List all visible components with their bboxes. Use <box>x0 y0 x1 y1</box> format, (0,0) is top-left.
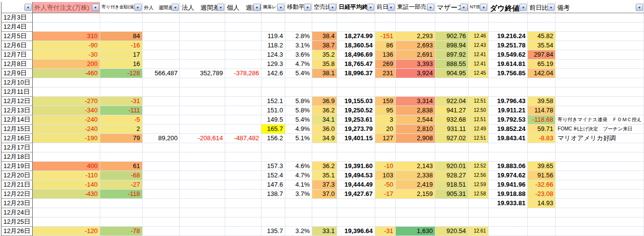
cell-b[interactable] <box>33 199 100 208</box>
cell-p[interactable]: 297.84 <box>528 50 556 60</box>
cell-j[interactable]: 19,396.64 <box>337 227 375 236</box>
cell-d[interactable] <box>143 162 180 171</box>
cell-j[interactable]: 18,274.99 <box>337 32 375 41</box>
cell-e[interactable] <box>180 199 225 208</box>
filter-dropdown-icon[interactable]: ▼ <box>24 4 32 11</box>
cell-e[interactable] <box>180 208 225 217</box>
cell-m[interactable]: 922.04 <box>435 97 469 106</box>
cell-h[interactable]: 3.1% <box>285 41 312 50</box>
cell-q[interactable]: 寄り付きマイナス連発 ＦＯＭＣ控え <box>556 115 644 125</box>
cell-d[interactable] <box>143 32 180 41</box>
cell-m[interactable]: 920.54 <box>435 227 469 236</box>
cell-d[interactable] <box>143 227 180 236</box>
cell-q[interactable] <box>556 152 644 162</box>
column-header-k[interactable]: 前日比▼ <box>375 2 396 13</box>
cell-g[interactable] <box>261 87 285 97</box>
cell-p[interactable] <box>528 143 556 152</box>
cell-f[interactable] <box>225 115 261 125</box>
date-cell[interactable]: 12月25日 <box>1 217 33 227</box>
cell-k[interactable]: 136 <box>375 50 396 60</box>
cell-m[interactable]: 941.27 <box>435 106 469 115</box>
cell-f[interactable]: -487,482 <box>225 134 261 143</box>
cell-c[interactable] <box>100 13 143 22</box>
cell-n[interactable] <box>469 87 489 97</box>
column-header-b[interactable]: 外人寄付注文(万株)▼ <box>33 2 100 13</box>
cell-m[interactable]: 928.27 <box>435 171 469 180</box>
cell-h[interactable]: 3.2% <box>285 227 312 236</box>
cell-l[interactable]: 2,838 <box>396 106 435 115</box>
cell-i[interactable] <box>312 208 337 217</box>
cell-g[interactable] <box>261 217 285 227</box>
cell-l[interactable]: 2,338 <box>396 171 435 180</box>
cell-i[interactable]: 33.1 <box>312 227 337 236</box>
cell-e[interactable] <box>180 125 225 134</box>
cell-p[interactable] <box>528 78 556 87</box>
cell-e[interactable]: -208,614 <box>180 134 225 143</box>
cell-q[interactable] <box>556 87 644 97</box>
cell-h[interactable]: 4.7% <box>285 60 312 69</box>
cell-h[interactable] <box>285 143 312 152</box>
cell-n[interactable] <box>469 199 489 208</box>
cell-n[interactable]: 12.51 <box>469 134 489 143</box>
cell-f[interactable] <box>225 22 261 32</box>
column-header-c[interactable]: 寄り付き金額(億)▼ <box>100 2 143 13</box>
date-cell[interactable]: 12月14日 <box>1 115 33 125</box>
cell-j[interactable]: 18,496.69 <box>337 50 375 60</box>
cell-p[interactable]: 39.65 <box>528 162 556 171</box>
cell-i[interactable] <box>312 152 337 162</box>
cell-h[interactable] <box>285 152 312 162</box>
cell-i[interactable]: 35.2 <box>312 50 337 60</box>
date-cell[interactable]: 12月21日 <box>1 180 33 190</box>
cell-f[interactable] <box>225 97 261 106</box>
cell-n[interactable]: 12.41 <box>469 50 489 60</box>
cell-i[interactable]: 34.1 <box>312 115 337 125</box>
cell-p[interactable]: 35.54 <box>528 41 556 50</box>
cell-q[interactable] <box>556 171 644 180</box>
cell-j[interactable] <box>337 208 375 217</box>
cell-k[interactable]: 95 <box>375 106 396 115</box>
filter-dropdown-icon[interactable]: ▼ <box>217 4 224 11</box>
cell-f[interactable] <box>225 227 261 236</box>
cell-q[interactable] <box>556 50 644 60</box>
cell-f[interactable] <box>225 162 261 171</box>
cell-f[interactable] <box>225 13 261 22</box>
cell-q[interactable] <box>556 208 644 217</box>
cell-b[interactable]: -90 <box>33 41 100 50</box>
cell-g[interactable] <box>261 78 285 87</box>
date-cell[interactable]: 12月19日 <box>1 162 33 171</box>
column-header-d[interactable]: 外人 週間差▼ <box>143 2 180 13</box>
cell-j[interactable] <box>337 13 375 22</box>
cell-d[interactable] <box>143 115 180 125</box>
cell-d[interactable] <box>143 125 180 134</box>
cell-j[interactable]: 19,155.03 <box>337 97 375 106</box>
cell-o[interactable]: 19.843.41 <box>489 134 528 143</box>
cell-m[interactable] <box>435 78 469 87</box>
cell-f[interactable] <box>225 32 261 41</box>
cell-f[interactable] <box>225 41 261 50</box>
date-cell[interactable]: 12月8日 <box>1 60 33 69</box>
cell-j[interactable]: 19,391.60 <box>337 162 375 171</box>
filter-dropdown-icon[interactable]: ▼ <box>134 4 142 11</box>
cell-d[interactable] <box>143 190 180 199</box>
cell-n[interactable]: 12.49 <box>469 125 489 134</box>
cell-f[interactable] <box>225 152 261 162</box>
cell-i[interactable]: 36.0 <box>312 125 337 134</box>
cell-j[interactable]: 18,765.47 <box>337 60 375 69</box>
cell-h[interactable]: 5.1% <box>285 134 312 143</box>
cell-e[interactable] <box>180 97 225 106</box>
date-cell[interactable]: 12月26日 <box>1 227 33 236</box>
cell-c[interactable] <box>100 152 143 162</box>
cell-h[interactable]: 5.8% <box>285 106 312 115</box>
cell-p[interactable] <box>528 227 556 236</box>
cell-f[interactable] <box>225 78 261 87</box>
cell-f[interactable] <box>225 171 261 180</box>
cell-b[interactable] <box>33 78 100 87</box>
cell-n[interactable] <box>469 143 489 152</box>
cell-l[interactable] <box>396 87 435 97</box>
cell-p[interactable] <box>528 217 556 227</box>
cell-q[interactable] <box>556 106 644 115</box>
date-cell[interactable]: 12月24日 <box>1 208 33 217</box>
cell-k[interactable]: 269 <box>375 60 396 69</box>
cell-l[interactable]: 2,293 <box>396 32 435 41</box>
cell-b[interactable]: 310 <box>33 32 100 41</box>
